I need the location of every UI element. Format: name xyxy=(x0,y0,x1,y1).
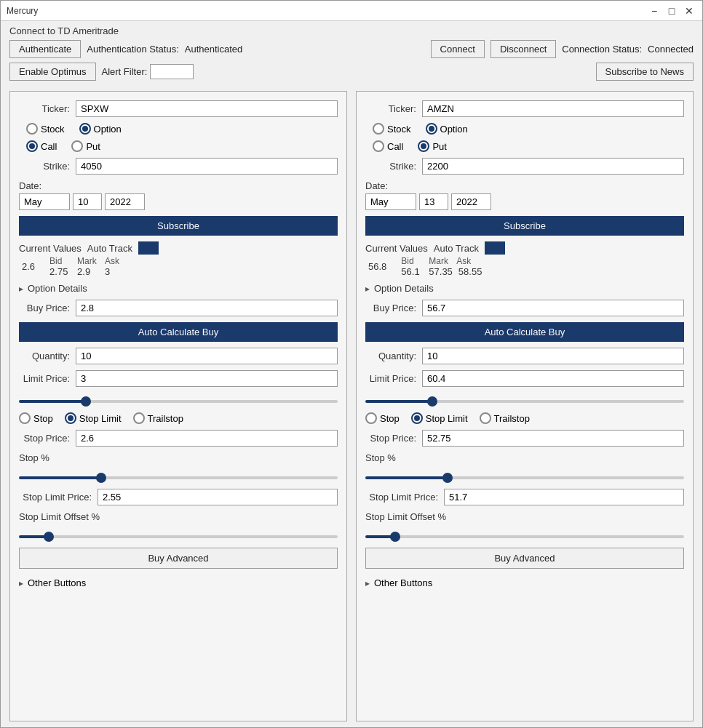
alert-filter-input[interactable] xyxy=(150,64,194,79)
subscribe-news-button[interactable]: Subscribe to News xyxy=(596,63,694,81)
panel1-limit-price-input[interactable] xyxy=(76,370,338,387)
panel1-auto-calc-button[interactable]: Auto Calculate Buy xyxy=(19,322,338,342)
panel2-auto-calc-button[interactable]: Auto Calculate Buy xyxy=(365,322,684,342)
panel2-other-chevron-icon: ▸ xyxy=(365,578,370,588)
panel1-stop-limit-radio[interactable]: Stop Limit xyxy=(65,412,122,424)
panel1-bma: Bid Mark Ask 2.75 2.9 3 xyxy=(49,256,127,277)
panel1-buy-advanced-button[interactable]: Buy Advanced xyxy=(19,548,338,569)
panel1-date-year[interactable] xyxy=(105,193,145,210)
panel2-stop-limit-price-label: Stop Limit Price: xyxy=(365,492,438,503)
panel2-strike-row: Strike: xyxy=(365,158,684,175)
panel1-type-row: Stock Option xyxy=(19,123,338,135)
panel1-limit-price-label: Limit Price: xyxy=(19,373,70,384)
panel2-ticker-input[interactable] xyxy=(422,100,684,117)
panel1-subscribe-button[interactable]: Subscribe xyxy=(19,216,338,236)
panel2-cv-values: 56.8 Bid Mark Ask 56.1 57.35 58.55 xyxy=(365,256,684,277)
panel2-buy-advanced-button[interactable]: Buy Advanced xyxy=(365,548,684,569)
panel2-subscribe-button[interactable]: Subscribe xyxy=(365,216,684,236)
panel1-slider3-input[interactable] xyxy=(19,535,338,538)
disconnect-button[interactable]: Disconnect xyxy=(490,40,556,58)
panel1-option-radio[interactable]: Option xyxy=(79,123,122,135)
panel2-strike-input[interactable] xyxy=(422,158,684,175)
minimize-button[interactable]: − xyxy=(647,4,662,18)
panel1-date-month[interactable] xyxy=(19,193,70,210)
panel2-buy-price-input[interactable] xyxy=(422,300,684,316)
panel1-slider2-input[interactable] xyxy=(19,476,338,479)
panel2-quantity-input[interactable] xyxy=(422,348,684,364)
close-button[interactable]: ✕ xyxy=(682,4,696,18)
panel2-mark-value: 57.35 xyxy=(429,266,453,277)
panel1-strike-input[interactable] xyxy=(76,158,338,175)
panel1-put-radio-icon xyxy=(71,140,83,152)
panel1-auto-track-box[interactable] xyxy=(138,241,159,255)
panel2-option-details[interactable]: ▸ Option Details xyxy=(365,283,684,294)
panel2-auto-track-box[interactable] xyxy=(485,241,505,255)
panel1-other-buttons[interactable]: ▸ Other Buttons xyxy=(19,577,338,588)
panel2-put-radio[interactable]: Put xyxy=(418,140,447,152)
connect-button[interactable]: Connect xyxy=(431,40,485,58)
maximize-button[interactable]: □ xyxy=(664,4,679,18)
panel2-date-month[interactable] xyxy=(365,193,416,210)
panel1-bma-labels: Bid Mark Ask xyxy=(49,256,127,266)
panel2-date-day[interactable] xyxy=(419,193,448,210)
panel1-stop-price-input[interactable] xyxy=(76,430,338,447)
panel2-option-radio[interactable]: Option xyxy=(426,123,468,135)
panel1-option-details[interactable]: ▸ Option Details xyxy=(19,283,338,294)
panel2-option-radio-icon xyxy=(426,123,437,135)
panel2-stop-limit-radio[interactable]: Stop Limit xyxy=(411,412,468,424)
panel2-slider1-input[interactable] xyxy=(365,400,684,403)
panel2-stop-limit-radio-icon xyxy=(411,412,423,424)
panel1-slider2[interactable] xyxy=(19,469,338,483)
panel2-stock-label: Stock xyxy=(387,124,411,135)
top-controls: Connect to TD Ameritrade Authenticate Au… xyxy=(1,21,702,85)
panel2-quantity-label: Quantity: xyxy=(365,351,416,361)
panel1-bma-values: 2.75 2.9 3 xyxy=(49,266,127,277)
panel2-stock-radio-icon xyxy=(373,123,384,135)
enable-optimus-button[interactable]: Enable Optimus xyxy=(9,63,96,81)
panel1-date-day[interactable] xyxy=(73,193,102,210)
panel1-put-label: Put xyxy=(86,141,100,152)
panel2-bid-label: Bid xyxy=(401,256,423,266)
panel2-stop-limit-price-input[interactable] xyxy=(444,489,684,505)
panel1-strike-row: Strike: xyxy=(19,158,338,175)
title-bar: Mercury − □ ✕ xyxy=(1,1,702,21)
panel2-stock-radio[interactable]: Stock xyxy=(373,123,411,135)
panel1-ticker-input[interactable] xyxy=(76,100,338,117)
panel1-mark-label: Mark xyxy=(77,256,99,266)
panel1-buy-price-input[interactable] xyxy=(76,300,338,316)
panel1-slider1[interactable] xyxy=(19,393,338,407)
panel1-trailstop-radio[interactable]: Trailstop xyxy=(133,412,183,424)
panel1-stock-radio[interactable]: Stock xyxy=(26,123,65,135)
panel1-stop-radio[interactable]: Stop xyxy=(19,412,53,424)
panel2-date-year[interactable] xyxy=(451,193,491,210)
panel1-buy-price-label: Buy Price: xyxy=(19,303,70,313)
panel2-type-row: Stock Option xyxy=(365,123,684,135)
panel1-stop-limit-label: Stop Limit xyxy=(79,413,122,424)
panel1-quantity-input[interactable] xyxy=(76,348,338,364)
panel2-call-radio[interactable]: Call xyxy=(373,140,403,152)
panel2-date-row xyxy=(365,193,684,210)
panel1-trailstop-label: Trailstop xyxy=(148,413,183,424)
panel2-limit-price-input[interactable] xyxy=(422,370,684,387)
panel1-call-radio[interactable]: Call xyxy=(26,140,57,152)
panel2-other-buttons[interactable]: ▸ Other Buttons xyxy=(365,577,684,588)
panel1-put-radio[interactable]: Put xyxy=(71,140,100,152)
panel1-slider1-input[interactable] xyxy=(19,400,338,403)
panel2-trailstop-radio[interactable]: Trailstop xyxy=(480,412,530,424)
panel2-slider3[interactable] xyxy=(365,528,684,542)
panel2-slider2[interactable] xyxy=(365,469,684,483)
panel1-stop-pct-label: Stop % xyxy=(19,452,338,463)
panel1-bid-value: 2.75 xyxy=(49,266,71,277)
panel2-slider2-input[interactable] xyxy=(365,476,684,479)
panel2-chevron-icon: ▸ xyxy=(365,284,370,294)
authenticate-button[interactable]: Authenticate xyxy=(9,40,81,58)
panel1-date-section: Date: xyxy=(19,180,338,210)
panel1-slider3[interactable] xyxy=(19,528,338,542)
panel2-stop-radio[interactable]: Stop xyxy=(365,412,400,424)
panel2-stop-price-input[interactable] xyxy=(422,430,684,447)
panel2-slider1[interactable] xyxy=(365,393,684,407)
panel1-stop-limit-price-input[interactable] xyxy=(98,489,338,505)
panel2-ticker-label: Ticker: xyxy=(365,103,416,114)
panel2-slider3-input[interactable] xyxy=(365,535,684,538)
panel2-stop-radio-icon xyxy=(365,412,377,424)
